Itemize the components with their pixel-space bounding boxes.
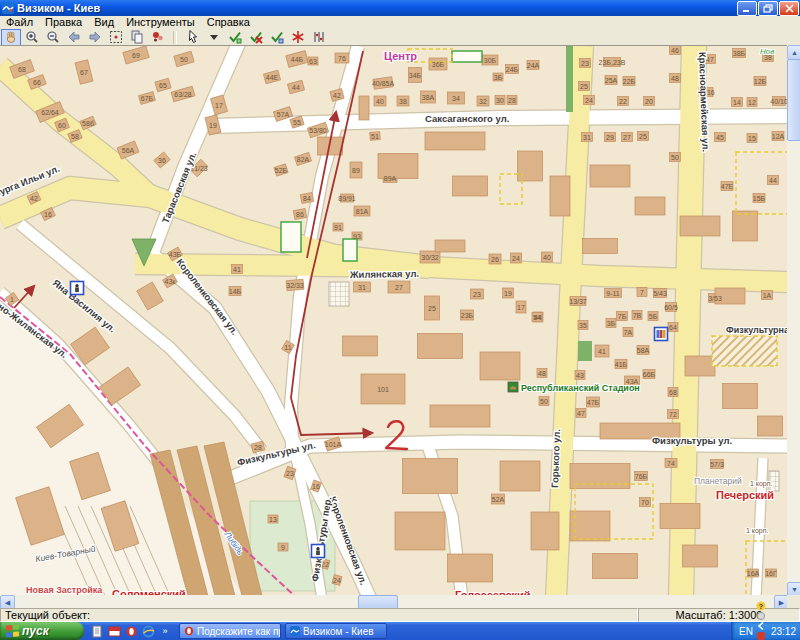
scroll-up-button[interactable]: ▲ (787, 45, 800, 60)
svg-text:86: 86 (296, 211, 304, 218)
svg-text:68: 68 (669, 389, 677, 396)
app-icon (2, 2, 14, 14)
svg-text:50: 50 (540, 398, 548, 405)
svg-text:63/28: 63/28 (174, 91, 192, 98)
doc-quicklaunch-icon[interactable] (90, 624, 104, 638)
svg-text:84: 84 (303, 195, 311, 202)
svg-text:36: 36 (158, 157, 166, 164)
select-tool-button[interactable] (183, 29, 203, 46)
overview-tool-button[interactable] (106, 29, 126, 46)
back-tool-button[interactable] (64, 29, 84, 46)
menu-Правка[interactable]: Правка (39, 16, 88, 29)
svg-text:19: 19 (209, 122, 217, 129)
forward-icon (87, 29, 103, 45)
ie-quicklaunch-icon[interactable] (141, 624, 155, 638)
svg-text:40: 40 (543, 254, 551, 261)
svg-text:23Б,23В: 23Б,23В (599, 59, 626, 66)
map-viewport[interactable]: 68666769506563/2867Б1762/646058б5856А361… (0, 45, 787, 596)
svg-text:41: 41 (598, 348, 606, 355)
quick-launch-chevron[interactable]: » (158, 624, 172, 638)
svg-text:24: 24 (512, 255, 520, 262)
taskbar: пуск » Подскажите как пр... Визиком - Ки… (0, 622, 800, 640)
start-label: пуск (22, 624, 49, 638)
svg-text:47Е: 47Е (721, 183, 734, 190)
svg-text:23Б: 23Б (461, 312, 474, 319)
svg-text:30: 30 (496, 97, 504, 104)
svg-text:14Б: 14Б (229, 288, 242, 295)
menu-Справка[interactable]: Справка (201, 16, 256, 29)
svg-text:41: 41 (233, 266, 241, 273)
windows-logo-icon (6, 624, 19, 637)
svg-text:Физкультуры ул.: Физкультуры ул. (652, 435, 732, 446)
svg-text:46: 46 (671, 47, 679, 54)
style-tool-button[interactable] (148, 29, 168, 46)
svg-text:74: 74 (667, 460, 675, 467)
svg-text:29: 29 (606, 134, 614, 141)
close-button[interactable] (779, 1, 799, 16)
vertex-delete-tool-button[interactable] (246, 29, 266, 46)
gray-tray-icon[interactable] (756, 611, 766, 621)
svg-text:65: 65 (159, 82, 167, 89)
svg-text:3Б: 3Б (494, 74, 503, 81)
svg-text:68: 68 (18, 66, 26, 73)
svg-text:40/85А: 40/85А (372, 80, 395, 87)
menu-Вид[interactable]: Вид (88, 16, 120, 29)
zoom-out-tool-button[interactable] (43, 29, 63, 46)
help-tray-icon[interactable]: ? (756, 601, 766, 611)
tray-icons: ? (753, 601, 766, 640)
select-dropdown-tool-button[interactable] (204, 29, 224, 46)
svg-text:64: 64 (669, 324, 677, 331)
svg-text:58: 58 (71, 133, 79, 140)
svg-text:16: 16 (312, 483, 320, 490)
svg-text:35: 35 (579, 322, 587, 329)
measure-tool-button[interactable] (309, 29, 329, 46)
svg-text:44Е: 44Е (266, 74, 279, 81)
map-canvas[interactable]: 68666769506563/2867Б1762/646058б5856А361… (0, 46, 787, 596)
taskbar-button-label: Визиком - Киев (303, 626, 374, 637)
snap-tool-button[interactable] (288, 29, 308, 46)
svg-text:3Б: 3Б (607, 320, 616, 327)
start-button[interactable]: пуск (0, 622, 84, 640)
svg-text:43: 43 (576, 372, 584, 379)
svg-text:89: 89 (352, 167, 360, 174)
mail-quicklaunch-icon[interactable] (107, 624, 121, 638)
svg-text:25: 25 (580, 83, 588, 90)
svg-text:47Б: 47Б (587, 399, 600, 406)
forward-tool-button[interactable] (85, 29, 105, 46)
svg-text:24: 24 (585, 97, 593, 104)
menu-Файл[interactable]: Файл (0, 16, 39, 29)
svg-text:13: 13 (269, 516, 277, 523)
svg-text:25: 25 (639, 133, 647, 140)
menu-Инструменты[interactable]: Инструменты (120, 16, 201, 29)
svg-text:15: 15 (748, 135, 756, 142)
taskbar-button-browser[interactable]: Подскажите как пр... (179, 623, 281, 639)
vertex-edit-tool-button[interactable] (267, 29, 287, 46)
pages-tool-button[interactable] (127, 29, 147, 46)
svg-text:Физкультурная п: Физкультурная п (726, 325, 787, 335)
zoom-in-tool-button[interactable] (22, 29, 42, 46)
svg-text:57/3: 57/3 (710, 461, 724, 468)
svg-text:22Б: 22Б (623, 78, 636, 85)
svg-text:34: 34 (452, 95, 460, 102)
opera-quicklaunch-icon[interactable] (124, 624, 138, 638)
pan-tool-button[interactable] (1, 29, 21, 46)
svg-text:31: 31 (358, 284, 366, 291)
svg-text:Центр: Центр (384, 50, 417, 62)
vertical-scroll-thumb[interactable] (787, 59, 800, 141)
restore-button[interactable] (758, 1, 778, 16)
svg-text:15Б: 15Б (753, 195, 766, 202)
taskbar-button-vizicom[interactable]: Визиком - Киев (285, 623, 387, 639)
svg-text:13/37: 13/37 (569, 298, 587, 305)
title-bar[interactable]: Визиком - Киев (0, 0, 800, 16)
minimize-button[interactable] (737, 1, 757, 16)
clock: 23:12 (771, 626, 796, 637)
svg-text:25: 25 (428, 305, 436, 312)
svg-text:42: 42 (333, 92, 341, 99)
svg-text:Жилянская ул.: Жилянская ул. (349, 268, 419, 280)
language-indicator[interactable]: EN (739, 626, 753, 637)
svg-text:7В: 7В (633, 312, 642, 319)
svg-text:48: 48 (538, 370, 546, 377)
left-tray-icon[interactable] (756, 621, 766, 631)
red-tray-icon[interactable] (756, 631, 766, 640)
vertex-accept-tool-button[interactable] (225, 29, 245, 46)
